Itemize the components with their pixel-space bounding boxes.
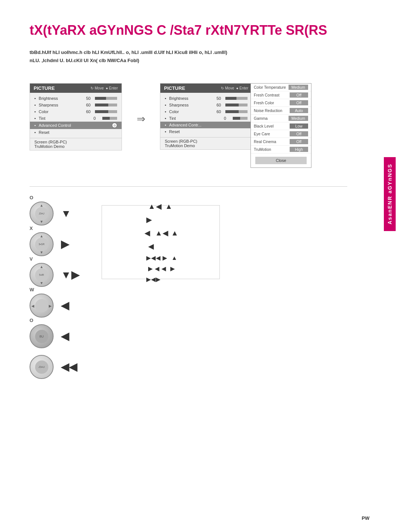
action-3: ▼▶ <box>61 269 79 281</box>
btn-letter-2: X <box>30 226 33 231</box>
menus-section: PICTURE ↻ Move ● Enter • Brightness 50 •… <box>30 83 347 168</box>
buttons-section: O ▲ J3•U ▼ ▼ X ▲ <box>30 201 347 379</box>
btn-1-inner: J3•U <box>35 207 48 220</box>
left-menu-footer1: Screen (RGB-PC) TruMotion Demo <box>30 138 122 150</box>
adv-row-trumotion: TruMotion High <box>251 146 311 153</box>
action-5: ◀ <box>61 330 69 342</box>
btn-4-inner <box>35 299 48 312</box>
adv-row-real-cinema: Real Cinema Off <box>251 138 311 146</box>
menu-item-color: • Color 60 <box>30 108 122 115</box>
left-menu-title: PICTURE <box>34 85 55 91</box>
advanced-control-submenu: Color Temperature Medium Fresh Contrast … <box>250 83 311 168</box>
btn-6[interactable]: J3•U <box>30 355 54 379</box>
btn-2-up: ▲ <box>40 234 44 238</box>
btn-letter-5: O <box>30 318 33 323</box>
adv-row-black-level: Black Level Low <box>251 122 311 130</box>
nav-diagram: ▲◀ ▲ ▶ ◀ ▲◀ ▲ ◀ ▶◀◀ ▶ ▲ ▶ ◀ ◀ ▶ ▶◀▶ <box>102 205 220 279</box>
button-row-3: V ▲ 5•IR ▼ ▼▶ <box>30 263 79 287</box>
right-picture-menu: PICTURE ↻ Move ● Enter • Brightness 50 • <box>160 83 252 150</box>
button-row-2: X ▲ 3•SR ▼ ▶ <box>30 232 79 256</box>
page-number: PW <box>362 515 369 521</box>
nav-diagram-section: ▲◀ ▲ ▶ ◀ ▲◀ ▲ ◀ ▶◀◀ ▶ ▲ ▶ ◀ ◀ ▶ ▶◀▶ <box>102 205 220 279</box>
left-menu-body: • Brightness 50 • Sharpness 60 • Color 6… <box>30 93 122 138</box>
nav-diagram-inner: ▲◀ ▲ ▶ ◀ ▲◀ ▲ ◀ ▶◀◀ ▶ ▲ ▶ ◀ ◀ ▶ ▶◀▶ <box>143 200 179 285</box>
close-button[interactable]: Close <box>255 157 307 164</box>
right-menu-item-sharpness: • Sharpness 60 <box>160 102 252 108</box>
btn-2-down: ▼ <box>40 250 44 254</box>
menu-item-sharpness: • Sharpness 60 <box>30 102 122 108</box>
btn-1[interactable]: ▲ J3•U ▼ <box>30 201 54 226</box>
menu-item-brightness: • Brightness 50 <box>30 95 122 102</box>
button-row-6: J3•U ◀◀ <box>30 355 79 379</box>
button-row-5: O 8U ◀ <box>30 324 79 348</box>
right-menu-body: • Brightness 50 • Sharpness 60 • Color <box>160 93 252 137</box>
arrow-right: ⇒ <box>133 113 149 125</box>
right-menu-footer: Screen (RGB-PC) TruMotion Demo <box>160 137 252 149</box>
btn-3[interactable]: ▲ 5•IR ▼ <box>30 263 54 287</box>
side-label: AsanENR aGYnNGS <box>381 129 399 259</box>
btn-2[interactable]: ▲ 3•SR ▼ <box>30 232 54 256</box>
right-menu-item-reset[interactable]: • Reset <box>160 128 252 135</box>
btn-4-left: ◀ <box>31 304 34 308</box>
btn-1-up: ▲ <box>40 203 44 207</box>
right-menu-item-tint: • Tint 0 <box>160 115 252 122</box>
btn-3-down: ▼ <box>40 281 44 285</box>
adv-row-noise-reduction: Noise Reduction Auto <box>251 107 311 115</box>
adv-row-color-temp: Color Temperature Medium <box>251 84 311 91</box>
btn-3-inner: 5•IR <box>35 268 48 282</box>
right-menu-container: PICTURE ↻ Move ● Enter • Brightness 50 • <box>160 83 311 168</box>
right-menu-item-color: • Color 60 <box>160 108 252 115</box>
btn-4[interactable]: ◀ ▶ <box>30 294 54 318</box>
button-list: O ▲ J3•U ▼ ▼ X ▲ <box>30 201 79 379</box>
right-menu-header: PICTURE ↻ Move ● Enter <box>160 84 252 93</box>
menu-item-tint: • Tint 0 <box>30 115 122 122</box>
button-row-4: W ◀ ▶ ◀ <box>30 294 79 318</box>
adv-row-fresh-contrast: Fresh Contrast Off <box>251 91 311 99</box>
btn-5[interactable]: 8U <box>30 324 54 348</box>
left-picture-menu: PICTURE ↻ Move ● Enter • Brightness 50 •… <box>30 83 122 150</box>
btn-letter-4: W <box>30 287 34 292</box>
btn-4-right: ▶ <box>49 304 52 308</box>
right-menu-title: PICTURE <box>164 85 185 91</box>
btn-1-down: ▼ <box>40 220 44 224</box>
left-menu-header: PICTURE ↻ Move ● Enter <box>30 84 122 93</box>
separator <box>30 186 347 187</box>
page-subtitle: tbBd.hUlf hLI uoIhmc.h clb hLI KmUfLhll.… <box>30 48 347 65</box>
btn-letter-3: V <box>30 256 33 262</box>
adv-row-gamma: Gamma Medium <box>251 115 311 122</box>
side-label-text: AsanENR aGYnNGS <box>384 157 396 231</box>
right-menu-item-advanced[interactable]: • Advanced Contr... <box>160 122 252 128</box>
btn-2-inner: 3•SR <box>35 238 48 251</box>
button-row-1: O ▲ J3•U ▼ ▼ <box>30 201 79 226</box>
action-2: ▶ <box>61 238 69 250</box>
page-title: tX(tYaRX aGYnNGS C /Sta7 rXtN7YRTTe SR(R… <box>30 22 347 38</box>
menu-item-reset[interactable]: • Reset <box>30 129 122 136</box>
right-menu-item-brightness: • Brightness 50 <box>160 95 252 102</box>
right-menu-controls: ↻ Move ● Enter <box>221 86 248 90</box>
adv-row-eye-care: Eye Care Off <box>251 130 311 138</box>
adv-row-fresh-color: Fresh Color Off <box>251 99 311 107</box>
left-menu-controls: ↻ Move ● Enter <box>91 86 118 90</box>
btn-5-inner: 8U <box>35 330 48 343</box>
action-1: ▼ <box>61 208 71 220</box>
action-4: ◀ <box>61 299 69 312</box>
btn-letter-1: O <box>30 195 33 200</box>
btn-3-up: ▲ <box>40 265 44 269</box>
menu-item-advanced[interactable]: • Advanced Control ⊙ <box>30 122 122 129</box>
btn-6-inner: J3•U <box>35 360 48 374</box>
action-6: ◀◀ <box>61 361 77 373</box>
